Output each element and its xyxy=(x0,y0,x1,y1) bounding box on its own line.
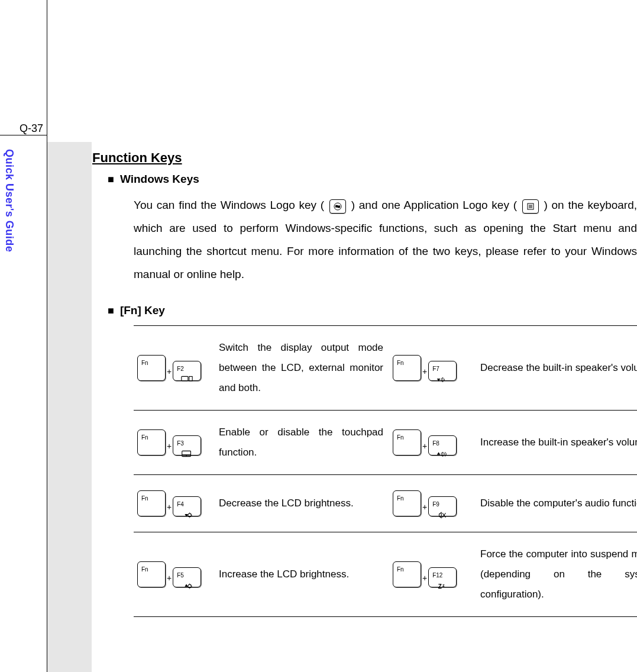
page-number: Q-37 xyxy=(0,122,43,135)
application-menu-key-icon xyxy=(522,199,539,214)
fn-key: Fn xyxy=(137,561,166,587)
plus-icon: + xyxy=(167,438,172,454)
key-label: Fn xyxy=(141,564,161,576)
key-combo: Fn + F7 xyxy=(393,355,473,381)
key-label: Fn xyxy=(397,432,417,444)
section-title: Function Keys xyxy=(92,150,637,166)
fn-key: Fn xyxy=(137,490,166,516)
key-combo: Fn + F8 xyxy=(393,429,473,455)
key-label: F3 xyxy=(177,438,197,450)
plus-icon: + xyxy=(422,438,427,454)
key-combo: Fn + F3 xyxy=(137,429,212,455)
key-label: Fn xyxy=(397,564,417,576)
f-key: F12 xyxy=(428,567,457,587)
f-key: F5 xyxy=(173,567,201,587)
fn-description: Decrease the LCD brightness. xyxy=(215,474,387,532)
fn-description: Enable or disable the touchpad function. xyxy=(215,410,387,474)
f-key: F7 xyxy=(428,361,457,381)
key-combo: Fn + F9 xyxy=(393,490,473,516)
key-label: F5 xyxy=(177,570,197,581)
fn-key: Fn xyxy=(393,490,421,516)
f-key: F2 xyxy=(173,361,201,381)
fn-description: Switch the display output mode between t… xyxy=(215,325,387,410)
fn-description: Disable the computer's audio function. xyxy=(477,474,637,532)
key-label: F12 xyxy=(432,570,452,581)
plus-icon: + xyxy=(422,363,427,380)
fn-key: Fn xyxy=(393,561,421,587)
vol-up-icon xyxy=(432,450,452,458)
key-combo: Fn + F5 xyxy=(137,561,212,587)
page-number-divider xyxy=(0,135,47,135)
key-label: F9 xyxy=(432,499,452,511)
plus-icon: + xyxy=(422,499,427,515)
subsection-windows-title: ■Windows Keys xyxy=(108,173,637,186)
table-row: Fn + F2 Switch the display output mode b… xyxy=(134,325,637,410)
plus-icon: + xyxy=(167,363,172,380)
key-label: F8 xyxy=(432,438,452,450)
subsection-fn-title: ■[Fn] Key xyxy=(108,304,637,317)
plus-icon: + xyxy=(167,499,172,515)
vol-down-icon xyxy=(432,375,452,383)
f-key: F4 xyxy=(173,496,201,516)
key-label: Fn xyxy=(397,493,417,505)
key-combo: Fn + F2 xyxy=(137,355,212,381)
plus-icon: + xyxy=(167,570,172,586)
touchpad-icon xyxy=(177,450,197,458)
table-row: Fn + F5 Increase the LCD brightness. Fn … xyxy=(134,532,637,616)
plus-icon: + xyxy=(422,570,427,586)
table-row: Fn + F3 Enable or disable the touchpad f… xyxy=(134,410,637,474)
key-combo: Fn + F4 xyxy=(137,490,212,516)
table-row: Fn + F4 Decrease the LCD brightness. Fn … xyxy=(134,474,637,532)
bullet-icon: ■ xyxy=(108,173,114,185)
windows-keys-paragraph: You can find the Windows Logo key ( ) an… xyxy=(134,194,637,286)
bright-down-icon xyxy=(177,511,197,519)
fn-description: Increase the built-in speaker's volume. xyxy=(477,410,637,474)
side-gray-rail xyxy=(47,142,92,672)
fn-description: Increase the LCD brightness. xyxy=(215,532,387,616)
fn-key: Fn xyxy=(137,355,166,381)
key-label: F2 xyxy=(177,363,197,375)
key-label: Fn xyxy=(141,493,161,505)
key-combo: Fn + F12 xyxy=(393,561,473,587)
side-tab-label: Quick User's Guide xyxy=(3,149,15,252)
display-icon xyxy=(177,375,197,383)
fn-key-table: Fn + F2 Switch the display output mode b… xyxy=(134,325,637,617)
fn-description: Decrease the built-in speaker's volume. xyxy=(477,325,637,410)
windows-logo-key-icon xyxy=(329,199,346,214)
fn-key: Fn xyxy=(393,429,421,455)
fn-key: Fn xyxy=(393,355,421,381)
sleep-icon xyxy=(432,581,452,590)
bright-up-icon xyxy=(177,581,197,590)
f-key: F8 xyxy=(428,435,457,455)
key-label: F4 xyxy=(177,499,197,511)
mute-icon xyxy=(432,511,452,519)
key-label: F7 xyxy=(432,363,452,375)
bullet-icon: ■ xyxy=(108,305,114,316)
fn-key: Fn xyxy=(137,429,166,455)
key-label: Fn xyxy=(141,432,161,444)
key-label: Fn xyxy=(397,357,417,369)
key-label: Fn xyxy=(141,357,161,369)
f-key: F3 xyxy=(173,435,201,455)
fn-description: Force the computer into suspend mode (de… xyxy=(477,532,637,616)
f-key: F9 xyxy=(428,496,457,516)
